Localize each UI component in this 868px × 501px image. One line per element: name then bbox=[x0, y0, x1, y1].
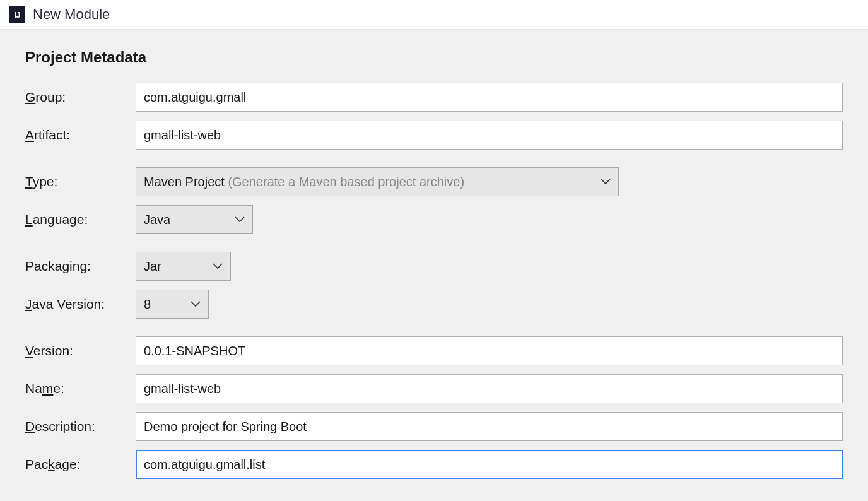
label-type: Type: bbox=[25, 174, 136, 189]
row-version: Version: bbox=[25, 336, 843, 365]
intellij-icon: IJ bbox=[9, 6, 25, 23]
label-language: Language: bbox=[25, 212, 136, 227]
label-artifact: Artifact: bbox=[25, 127, 136, 143]
label-packaging: Packaging: bbox=[25, 259, 136, 274]
group-input[interactable] bbox=[136, 83, 843, 112]
row-type: Type: Maven Project (Generate a Maven ba… bbox=[25, 167, 843, 196]
artifact-input[interactable] bbox=[136, 121, 843, 150]
row-description: Description: bbox=[25, 412, 843, 441]
packaging-dropdown[interactable]: Jar bbox=[136, 252, 231, 281]
row-packaging: Packaging: Jar bbox=[25, 252, 843, 281]
content-area: Project Metadata Group: Artifact: Type: … bbox=[0, 30, 868, 501]
row-group: Group: bbox=[25, 83, 843, 112]
chevron-down-icon bbox=[213, 263, 223, 269]
chevron-down-icon bbox=[601, 179, 611, 185]
label-package: Package: bbox=[25, 457, 136, 472]
language-dropdown[interactable]: Java bbox=[136, 205, 253, 234]
language-dropdown-text: Java bbox=[144, 213, 170, 227]
row-language: Language: Java bbox=[25, 205, 843, 234]
name-input[interactable] bbox=[136, 374, 843, 403]
row-artifact: Artifact: bbox=[25, 121, 843, 150]
label-name: Name: bbox=[25, 381, 136, 396]
description-input[interactable] bbox=[136, 412, 843, 441]
label-group: Group: bbox=[25, 90, 136, 105]
section-title: Project Metadata bbox=[25, 49, 843, 66]
chevron-down-icon bbox=[235, 216, 245, 223]
packaging-dropdown-text: Jar bbox=[144, 259, 161, 274]
title-bar: IJ New Module bbox=[0, 0, 868, 30]
java-version-dropdown[interactable]: 8 bbox=[136, 290, 209, 319]
row-java-version: Java Version: 8 bbox=[25, 290, 843, 319]
version-input[interactable] bbox=[136, 336, 843, 365]
label-description: Description: bbox=[25, 419, 136, 434]
type-dropdown-text: Maven Project (Generate a Maven based pr… bbox=[144, 175, 464, 189]
window-title: New Module bbox=[33, 6, 110, 23]
row-name: Name: bbox=[25, 374, 843, 403]
label-java-version: Java Version: bbox=[25, 297, 136, 312]
java-version-dropdown-text: 8 bbox=[144, 297, 151, 312]
package-input[interactable] bbox=[136, 450, 843, 479]
row-package: Package: bbox=[25, 450, 843, 479]
chevron-down-icon bbox=[191, 301, 201, 307]
type-dropdown[interactable]: Maven Project (Generate a Maven based pr… bbox=[136, 167, 619, 196]
label-version: Version: bbox=[25, 343, 136, 358]
